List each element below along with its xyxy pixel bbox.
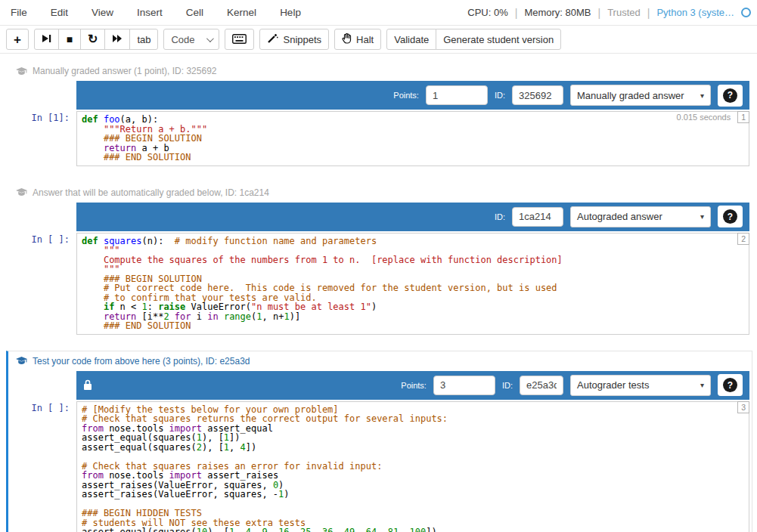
help-button[interactable]: ? [718,85,743,107]
interrupt-kernel-button[interactable]: ■ [58,29,81,50]
execution-prompt: In [1]: [13,81,76,166]
hand-icon [342,33,352,45]
menu-cell[interactable]: Cell [186,7,203,18]
heading-label: Answer that will be automatically graded… [33,187,269,198]
question-mark-icon: ? [723,209,737,224]
cpu-usage: CPU: 0% [467,7,507,18]
cell-type-dropdown-label: Code [171,34,194,45]
code-editor[interactable]: def foo(a, b): """Return a + b.""" ### B… [76,111,749,166]
snippets-button[interactable]: Snippets [259,29,329,50]
cell-meta-badges: 3 [737,401,749,413]
divider: | [647,7,650,19]
run-cell-button[interactable] [34,29,59,50]
code-editor[interactable]: def squares(n): # modify function name a… [76,233,749,335]
menu-kernel[interactable]: Kernel [227,7,256,18]
exec-time-label: 0.015 seconds [675,113,733,122]
snippets-icon [267,33,278,45]
nbgrader-heading: Answer that will be automatically graded… [13,185,749,203]
trusted-badge: Trusted [607,7,641,18]
graduation-cap-icon [16,67,27,76]
tab-button[interactable]: tab [129,29,158,50]
divider: | [598,7,601,19]
status-bar: CPU: 0% | Memory: 80MB | Trusted | Pytho… [467,7,751,19]
help-button[interactable]: ? [718,206,743,227]
points-input[interactable] [433,376,495,395]
cell-type-select-label: Autograded answer [577,211,662,222]
divider: | [515,7,518,19]
cell-meta-badges: 0.015 seconds 1 [675,111,749,123]
id-input[interactable] [520,376,563,395]
cell-number-badge: 3 [737,401,749,413]
question-mark-icon: ? [723,88,737,103]
stop-icon: ■ [67,34,73,45]
restart-kernel-button[interactable]: ↻ [80,29,105,50]
points-label: Points: [401,381,427,390]
keyboard-icon [232,34,247,45]
points-input[interactable] [426,85,488,105]
cell-type-dropdown[interactable]: Code [163,29,219,50]
fast-forward-icon [112,34,123,45]
menu-help[interactable]: Help [280,7,301,18]
nbgrader-heading: Manually graded answer (1 point), ID: 32… [13,63,749,81]
plus-icon: + [14,33,21,46]
cell-meta-badges: 2 [737,233,749,245]
id-label: ID: [495,91,505,100]
chevron-down-icon [206,35,214,42]
cell-type-select[interactable]: Autograded answer ▾ [570,206,711,227]
menu-edit[interactable]: Edit [51,7,68,18]
generate-student-version-label: Generate student version [443,34,554,45]
memory-usage: Memory: 80MB [524,7,591,18]
cell-type-select[interactable]: Autograder tests ▾ [570,375,711,396]
cell-number-badge: 1 [737,111,749,123]
snippets-button-label: Snippets [283,34,321,45]
heading-label: Test your code from above here (3 points… [33,356,250,367]
menu-view[interactable]: View [92,7,113,18]
validate-button-label: Validate [394,34,429,45]
cell-type-select-label: Manually graded answer [577,90,684,101]
run-button-group: ■ ↻ tab [34,29,158,50]
id-label: ID: [502,381,513,390]
nbgrader-cell-toolbar: ID: Autograded answer ▾ ? [76,203,749,231]
help-button[interactable]: ? [718,374,743,396]
cell-number-badge: 2 [737,233,749,245]
kernel-idle-icon [741,8,751,17]
nbgrader-cell-toolbar: Points: ID: Autograder tests ▾ ? [76,371,749,400]
graduation-cap-icon [16,188,27,196]
menu-bar: File Edit View Insert Cell Kernel Help C… [0,0,757,26]
nbgrader-cell-toolbar: Points: ID: Manually graded answer ▾ ? [76,81,749,110]
lock-icon [83,379,92,391]
cell-type-select[interactable]: Manually graded answer ▾ [570,85,711,106]
caret-down-icon: ▾ [700,91,704,100]
notebook-area: Manually graded answer (1 point), ID: 32… [0,54,757,532]
menu-file[interactable]: File [11,7,27,18]
keyboard-shortcuts-button[interactable] [225,29,254,50]
menu-insert[interactable]: Insert [137,7,163,18]
graduation-cap-icon [16,357,27,365]
generate-student-version-button[interactable]: Generate student version [436,29,561,50]
id-input[interactable] [512,207,563,227]
code-editor[interactable]: # [Modify the tests below for your own p… [76,401,749,532]
caret-down-icon: ▾ [700,212,704,221]
cell-section-autograder-tests-selected[interactable]: Test your code from above here (3 points… [6,351,752,532]
cell-type-select-label: Autograder tests [577,379,649,391]
heading-label: Manually graded answer (1 point), ID: 32… [33,66,216,76]
notebook-toolbar: + ■ ↻ tab Code [0,26,757,54]
halt-button-label: Halt [356,34,374,45]
cell-section-autograded-answer: Answer that will be automatically graded… [6,182,752,342]
caret-down-icon: ▾ [700,381,704,389]
execution-prompt: In [ ]: [13,371,76,532]
nbgrader-button-group: Validate Generate student version [386,29,561,50]
id-label: ID: [495,212,505,221]
kernel-name[interactable]: Python 3 (syste… [656,7,734,18]
halt-button[interactable]: Halt [334,29,381,50]
run-all-cells-button[interactable] [104,29,130,50]
add-cell-button[interactable]: + [6,29,29,50]
restart-icon: ↻ [88,33,98,45]
tab-button-label: tab [137,34,150,45]
run-icon [42,34,51,45]
validate-button[interactable]: Validate [386,29,436,50]
question-mark-icon: ? [723,378,737,392]
id-input[interactable] [512,85,563,105]
nbgrader-heading: Test your code from above here (3 points… [13,354,749,371]
points-label: Points: [393,91,419,100]
